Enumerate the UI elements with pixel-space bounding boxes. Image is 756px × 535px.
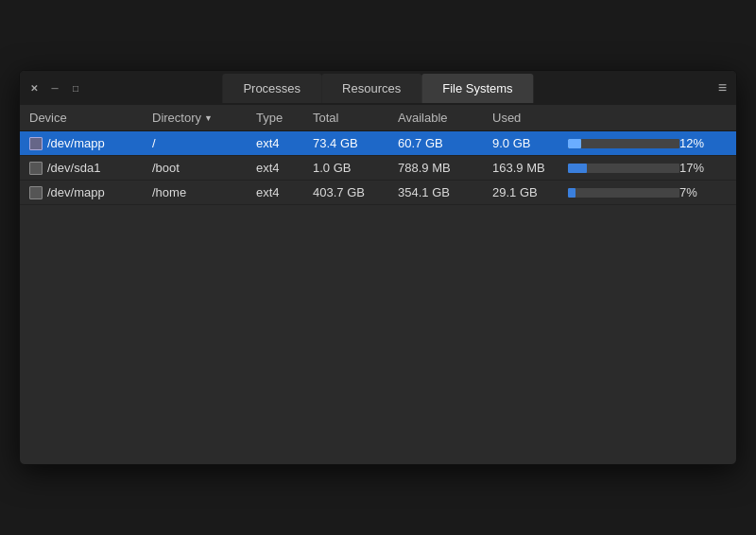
col-header-available[interactable]: Available: [398, 111, 492, 125]
cell-percent: 7%: [679, 185, 727, 199]
close-button[interactable]: ✕: [27, 81, 41, 95]
tab-resources[interactable]: Resources: [321, 74, 421, 103]
progress-bar: [568, 139, 581, 148]
cell-device: /dev/mapp: [29, 185, 152, 199]
cell-percent: 12%: [679, 136, 727, 150]
cell-device: /dev/sda1: [29, 161, 152, 175]
device-icon: [29, 162, 43, 175]
sort-arrow-icon: ▼: [204, 113, 213, 123]
file-systems-table: Device Directory ▼ Type Total Available …: [20, 105, 736, 205]
table-row[interactable]: /dev/mapp /home ext4 403.7 GB 354.1 GB 2…: [20, 181, 736, 205]
cell-total: 1.0 GB: [313, 161, 398, 175]
cell-type: ext4: [256, 136, 313, 150]
tab-bar: Processes Resources File Systems: [222, 74, 533, 103]
menu-icon[interactable]: ≡: [718, 79, 727, 96]
col-header-total[interactable]: Total: [313, 111, 398, 125]
cell-total: 403.7 GB: [313, 185, 398, 199]
cell-progress: [568, 188, 679, 198]
cell-progress: [568, 139, 679, 148]
cell-directory: /: [152, 136, 256, 150]
cell-available: 60.7 GB: [398, 136, 492, 150]
table-row[interactable]: /dev/sda1 /boot ext4 1.0 GB 788.9 MB 163…: [20, 156, 736, 181]
content-area: Device Directory ▼ Type Total Available …: [20, 105, 736, 464]
cell-device: /dev/mapp: [29, 136, 152, 150]
progress-bar-container: [568, 188, 679, 198]
progress-bar-container: [568, 139, 679, 148]
device-icon: [29, 186, 43, 199]
progress-bar: [568, 188, 576, 198]
cell-available: 354.1 GB: [398, 185, 492, 199]
col-header-used[interactable]: Used: [492, 111, 568, 125]
minimize-button[interactable]: ─: [48, 81, 61, 95]
table-row[interactable]: /dev/mapp / ext4 73.4 GB 60.7 GB 9.0 GB …: [20, 131, 736, 156]
titlebar: ✕ ─ □ Processes Resources File Systems ≡: [20, 71, 736, 105]
cell-type: ext4: [256, 185, 313, 199]
cell-percent: 17%: [679, 161, 727, 175]
col-header-directory[interactable]: Directory ▼: [152, 111, 256, 125]
cell-used: 9.0 GB: [492, 136, 568, 150]
cell-used: 29.1 GB: [492, 185, 568, 199]
maximize-button[interactable]: □: [69, 81, 82, 95]
col-header-type[interactable]: Type: [256, 111, 313, 125]
cell-available: 788.9 MB: [398, 161, 492, 175]
progress-bar-container: [568, 164, 679, 173]
cell-used: 163.9 MB: [492, 161, 568, 175]
table-body: /dev/mapp / ext4 73.4 GB 60.7 GB 9.0 GB …: [20, 131, 736, 205]
cell-progress: [568, 164, 679, 173]
cell-directory: /home: [152, 185, 256, 199]
col-header-device[interactable]: Device: [29, 111, 152, 125]
device-icon: [29, 137, 43, 150]
progress-bar: [568, 164, 587, 173]
table-header: Device Directory ▼ Type Total Available …: [20, 105, 736, 131]
main-window: ✕ ─ □ Processes Resources File Systems ≡…: [19, 70, 737, 465]
cell-type: ext4: [256, 161, 313, 175]
cell-total: 73.4 GB: [313, 136, 398, 150]
tab-processes[interactable]: Processes: [222, 74, 321, 103]
cell-directory: /boot: [152, 161, 256, 175]
tab-file-systems[interactable]: File Systems: [421, 74, 533, 103]
window-controls: ✕ ─ □: [27, 81, 82, 95]
